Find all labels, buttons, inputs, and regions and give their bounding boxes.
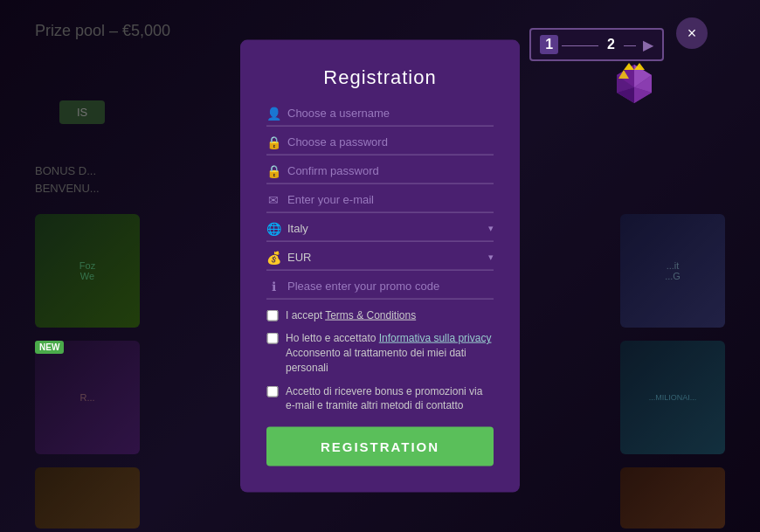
promo-field-row: ℹ: [266, 279, 494, 299]
password-input[interactable]: [287, 135, 494, 149]
currency-chevron-icon: ▾: [488, 252, 494, 263]
modal-title: Registration: [266, 66, 494, 88]
username-field-row: 👤: [266, 106, 494, 126]
password-field-row: 🔒: [266, 135, 494, 155]
marketing-checkbox[interactable]: [266, 385, 279, 397]
country-select[interactable]: Italy Germany France Spain: [287, 222, 485, 235]
username-input[interactable]: [287, 107, 494, 120]
registration-modal: Registration 👤 🔒 🔒 ✉ 🌐 Italy Germany Fra…: [240, 39, 520, 493]
currency-select[interactable]: EUR USD GBP: [287, 251, 485, 264]
step-2: 2: [602, 35, 620, 54]
confirm-password-input[interactable]: [287, 164, 494, 177]
step-1: 1: [540, 35, 558, 54]
terms-link[interactable]: Terms & Conditions: [325, 308, 416, 321]
privacy-link[interactable]: Informativa sulla privacy: [379, 332, 492, 344]
step-indicator: 1 ——— 2 — ▶: [529, 28, 664, 61]
step-arrow-icon: —: [624, 38, 636, 52]
step-play-icon: ▶: [643, 37, 653, 53]
email-icon: ✉: [266, 192, 280, 206]
globe-icon: 🌐: [266, 221, 280, 235]
step-separator-icon: ———: [562, 38, 598, 52]
country-field-row: 🌐 Italy Germany France Spain ▾: [266, 221, 494, 241]
lock-icon-confirm: 🔒: [266, 163, 280, 177]
privacy-label: Ho letto e accettato Informativa sulla p…: [286, 331, 494, 375]
marketing-label: Accetto di ricevere bonus e promozioni v…: [286, 383, 494, 413]
email-input[interactable]: [287, 193, 494, 206]
new-badge: NEW: [35, 341, 64, 354]
privacy-checkbox-row: Ho letto e accettato Informativa sulla p…: [266, 331, 494, 375]
terms-label: I accept Terms & Conditions: [286, 307, 416, 322]
terms-checkbox[interactable]: [266, 309, 279, 321]
close-button[interactable]: ×: [676, 17, 708, 49]
user-icon: 👤: [266, 106, 280, 120]
promo-input[interactable]: [287, 280, 494, 293]
coin-icon: 💰: [266, 250, 280, 264]
lock-icon-password: 🔒: [266, 135, 280, 149]
marketing-checkbox-row: Accetto di ricevere bonus e promozioni v…: [266, 383, 494, 413]
info-icon: ℹ: [266, 279, 280, 293]
confirm-password-field-row: 🔒: [266, 163, 494, 183]
registration-button[interactable]: REGISTRATION: [266, 427, 494, 466]
crown-logo: [613, 61, 655, 107]
country-chevron-icon: ▾: [488, 223, 494, 234]
checkboxes-section: I accept Terms & Conditions Ho letto e a…: [266, 307, 494, 413]
terms-checkbox-row: I accept Terms & Conditions: [266, 307, 494, 322]
privacy-checkbox[interactable]: [266, 333, 279, 344]
currency-field-row: 💰 EUR USD GBP ▾: [266, 250, 494, 270]
email-field-row: ✉: [266, 192, 494, 212]
